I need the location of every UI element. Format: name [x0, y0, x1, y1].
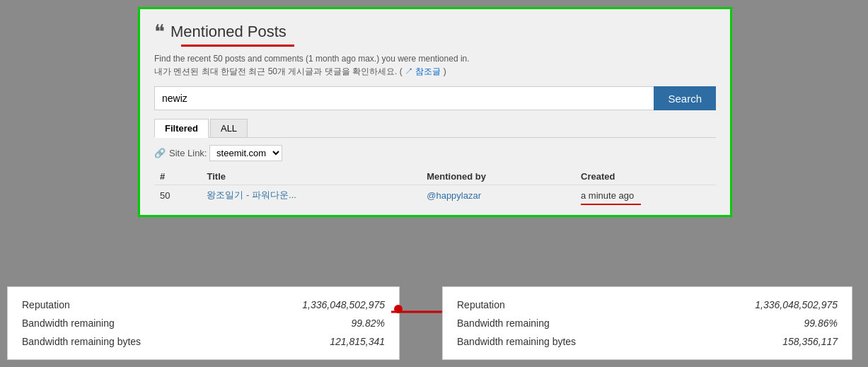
- card-desc-kr-text: 내가 멘션된 최대 한달전 최근 50개 게시글과 댓글을 확인하세요. (: [154, 66, 403, 76]
- table-header-row: # Title Mentioned by Created: [154, 168, 716, 185]
- value-reputation-left: 1,336,048,502,975: [302, 299, 385, 310]
- col-created: Created: [575, 168, 716, 185]
- external-link-icon: ↗: [405, 66, 413, 76]
- filter-row: 🔗 Site Link: steemit.com: [154, 145, 716, 161]
- card-desc-en: Find the recent 50 posts and comments (1…: [154, 54, 716, 64]
- col-mentioned-by: Mentioned by: [421, 168, 575, 185]
- tabs-row: Filtered ALL: [154, 119, 716, 138]
- value-bandwidth-left: 99.82%: [352, 318, 385, 329]
- main-card: ❝ Mentioned Posts Find the recent 50 pos…: [138, 7, 732, 217]
- table-row: 50 왕조일기 - 파워다운... @happylazar a minute a…: [154, 185, 716, 206]
- info-row-bandwidth-bytes-left: Bandwidth remaining bytes 121,815,341: [22, 332, 385, 351]
- col-num: #: [154, 168, 201, 185]
- value-bandwidth-right: 99.86%: [804, 318, 838, 329]
- info-row-reputation-left: Reputation 1,336,048,502,975: [22, 296, 385, 314]
- label-bandwidth-left: Bandwidth remaining: [22, 318, 115, 329]
- label-reputation-right: Reputation: [457, 299, 505, 310]
- panel-right: Reputation 1,336,048,502,975 Bandwidth r…: [442, 286, 852, 360]
- label-bandwidth-bytes-right: Bandwidth remaining bytes: [457, 336, 576, 347]
- card-desc-kr: 내가 멘션된 최대 한달전 최근 50개 게시글과 댓글을 확인하세요. ( ↗…: [154, 66, 716, 78]
- cell-mentioned-by: @happylazar: [421, 185, 575, 206]
- site-select[interactable]: steemit.com: [209, 145, 282, 161]
- cell-title: 왕조일기 - 파워다운...: [201, 185, 421, 206]
- search-input[interactable]: [154, 86, 654, 110]
- label-reputation-left: Reputation: [22, 299, 70, 310]
- info-row-bandwidth-left: Bandwidth remaining 99.82%: [22, 314, 385, 332]
- value-reputation-right: 1,336,048,502,975: [755, 299, 838, 310]
- cell-created: a minute ago: [575, 185, 716, 206]
- posts-table: # Title Mentioned by Created 50 왕조일기 - 파…: [154, 168, 716, 205]
- value-bandwidth-bytes-left: 121,815,341: [330, 336, 385, 347]
- info-row-reputation-right: Reputation 1,336,048,502,975: [457, 296, 838, 314]
- tab-filtered[interactable]: Filtered: [154, 119, 209, 138]
- value-bandwidth-bytes-right: 158,356,117: [782, 336, 838, 347]
- info-row-bandwidth-bytes-right: Bandwidth remaining bytes 158,356,117: [457, 332, 838, 351]
- card-title: Mentioned Posts: [170, 23, 287, 41]
- created-underline: [581, 204, 641, 205]
- title-underline: [181, 45, 294, 47]
- card-header: ❝ Mentioned Posts: [154, 22, 716, 42]
- link-icon: 🔗: [154, 148, 166, 158]
- title-link[interactable]: 왕조일기 - 파워다운...: [207, 190, 296, 200]
- mentioned-by-link[interactable]: @happylazar: [427, 190, 481, 201]
- search-row: Search: [154, 86, 716, 110]
- card-desc-kr-link[interactable]: ↗ 참조글: [405, 66, 444, 76]
- tab-all[interactable]: ALL: [210, 119, 248, 137]
- search-button[interactable]: Search: [654, 86, 716, 110]
- cell-num: 50: [154, 185, 201, 206]
- panel-left: Reputation 1,336,048,502,975 Bandwidth r…: [7, 286, 400, 360]
- quote-icon: ❝: [154, 22, 165, 42]
- info-row-bandwidth-right: Bandwidth remaining 99.86%: [457, 314, 838, 332]
- label-bandwidth-right: Bandwidth remaining: [457, 318, 550, 329]
- col-title: Title: [201, 168, 421, 185]
- filter-label: Site Link:: [169, 148, 207, 158]
- label-bandwidth-bytes-left: Bandwidth remaining bytes: [22, 336, 141, 347]
